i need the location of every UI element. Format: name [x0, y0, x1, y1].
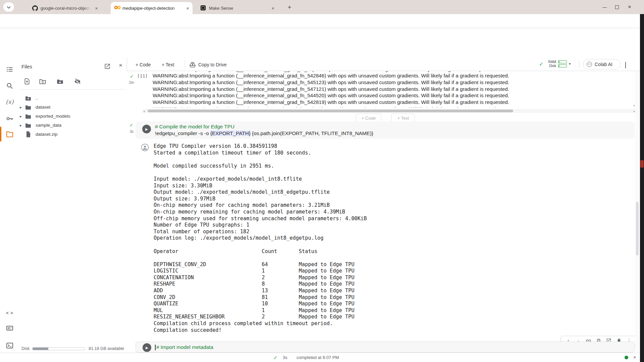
tab-colab-notebook[interactable]: mediapipe-object-detection × [111, 2, 193, 14]
warning-output: WARNING:absl:Importing a function (__inf… [153, 72, 637, 106]
close-icon[interactable]: × [95, 6, 98, 11]
run-cell-button[interactable]: ▶ [142, 125, 151, 133]
text-cursor [155, 345, 156, 350]
notebook-scroll-area[interactable]: ✓ 2m [11] WARNING:absl:Importing a funct… [127, 71, 640, 353]
add-text-button[interactable]: + Text [162, 60, 174, 69]
window-maximize-button[interactable] [615, 0, 619, 14]
disk-label: Disk [547, 64, 556, 68]
copy-to-drive-button[interactable]: Copy to Drive [190, 60, 227, 69]
tree-item-label: exported_models [36, 114, 70, 119]
scroll-right-icon[interactable]: ▸ [634, 109, 635, 113]
tree-item-dataset-zip[interactable]: dataset.zip [20, 130, 127, 139]
mount-drive-icon[interactable] [56, 78, 64, 86]
folder-up-icon [25, 95, 32, 102]
chevron-down-icon: ▾ [569, 62, 571, 66]
tree-item-label: dataset.zip [36, 132, 57, 137]
collapse-toolbar-button[interactable] [625, 62, 626, 68]
scroll-down-icon[interactable]: ▾ [633, 104, 635, 108]
scrollbar-thumb[interactable] [636, 202, 639, 255]
active-rail-indicator [0, 127, 1, 141]
code-snippets-icon[interactable]: < > [5, 308, 14, 317]
cell-success-check-icon: ✓ [130, 74, 134, 79]
folder-icon [25, 104, 32, 111]
window-minimize-button[interactable]: — [602, 0, 607, 14]
cell-exec-duration: 2m [129, 80, 134, 84]
warning-line-partial: WARNING:absl:Importing a function (__inf… [153, 106, 637, 108]
open-in-new-tab-icon[interactable] [104, 63, 112, 71]
horizontal-scrollbar[interactable]: ◂ ▸ [142, 109, 637, 113]
tab-make-sense[interactable]: Make Sense × [197, 2, 278, 14]
folder-icon [25, 113, 32, 120]
cell-exec-count[interactable]: [11] [137, 73, 148, 78]
scroll-left-icon[interactable]: ◂ [143, 109, 145, 113]
ram-disk-meter[interactable]: RAM Disk ▾ [547, 60, 571, 68]
expand-caret-icon[interactable]: ▸ [18, 105, 23, 110]
tab-search-button[interactable] [3, 2, 14, 12]
close-icon[interactable]: × [271, 6, 274, 11]
colab-header: mediapipe-object-detection-learning.ipyn… [0, 28, 644, 58]
files-panel-divider [20, 89, 125, 89]
tab-label: Make Sense [209, 6, 269, 11]
tree-item-dataset[interactable]: ▸ dataset [20, 103, 127, 112]
tree-item-sample-data[interactable]: ▸ sample_data [20, 121, 127, 130]
status-message: completed at 6:07 PM [297, 355, 339, 360]
tree-item-label: .. [36, 96, 38, 101]
disk-gauge [558, 64, 567, 67]
code-cell-metadata[interactable]: ▶ # Import model metadata [136, 342, 635, 353]
tree-item-exported-models[interactable]: ▸ exported_models [20, 112, 127, 121]
window-close-button[interactable]: × [628, 0, 631, 14]
toolbar-divider [579, 60, 579, 68]
ram-gauge [558, 60, 567, 63]
scroll-position-marker [640, 160, 644, 168]
tree-item-parent-dir[interactable]: .. [20, 94, 127, 103]
command-palette-icon[interactable] [5, 324, 14, 333]
colab-ai-button[interactable]: Colab AI [583, 59, 621, 69]
cell-output-text: Edge TPU Compiler version 16.0.384591198… [154, 143, 637, 334]
refresh-folder-icon[interactable] [39, 78, 47, 86]
table-of-contents-icon[interactable] [5, 65, 14, 74]
cell-exec-duration: 3s [130, 129, 133, 133]
code-cell-compile[interactable]: ▶ # Compile the model for Edge TPU !edge… [136, 121, 635, 139]
tree-item-label: dataset [36, 105, 50, 110]
colab-icon [114, 5, 120, 11]
minimize-icon: — [602, 5, 607, 10]
tree-item-label: sample_data [36, 123, 61, 128]
expand-caret-icon[interactable]: ▸ [18, 114, 23, 119]
chevron-down-icon [7, 5, 10, 8]
screen-edge-strip [640, 14, 644, 362]
hidden-files-eye-icon[interactable] [74, 78, 82, 86]
maximize-icon [615, 5, 619, 9]
terminal-icon[interactable] [5, 341, 14, 350]
status-check-icon: ✓ [273, 355, 278, 361]
upload-file-icon[interactable] [23, 78, 32, 86]
close-icon[interactable]: × [186, 6, 189, 11]
variables-icon[interactable]: {x} [5, 98, 14, 106]
secrets-key-icon[interactable] [5, 114, 14, 123]
expand-caret-icon[interactable]: ▸ [18, 123, 23, 128]
code-comment-line[interactable]: # Import model metadata [156, 344, 213, 351]
ram-label: RAM [547, 60, 556, 64]
new-tab-button[interactable]: + [285, 3, 294, 12]
add-code-button[interactable]: + Code [136, 60, 151, 69]
vertical-scrollbar[interactable] [635, 71, 639, 353]
code-line[interactable]: !edgetpu_compiler -s -o {EXPORT_PATH} {o… [155, 130, 373, 137]
scrollbar-thumb[interactable] [148, 110, 513, 112]
disk-usage-label: Disk [21, 346, 30, 351]
files-panel-title: Files [21, 64, 32, 69]
tab-github-repo[interactable]: google-coral-micro-object-de × [29, 2, 101, 14]
executed-by-user-icon [141, 143, 149, 152]
make-sense-icon [201, 5, 206, 11]
chevron-up-icon [625, 62, 626, 68]
browser-tab-strip: google-coral-micro-object-de × mediapipe… [0, 0, 644, 14]
disk-usage-bar [32, 347, 85, 350]
search-icon[interactable] [5, 81, 14, 90]
close-panel-icon[interactable]: × [119, 62, 122, 69]
screen: google-coral-micro-object-de × mediapipe… [0, 0, 644, 362]
run-cell-button[interactable]: ▶ [143, 343, 151, 352]
disk-usage-fill [33, 348, 48, 350]
tab-label: google-coral-micro-object-de [41, 6, 92, 11]
dismiss-status-icon[interactable]: × [633, 354, 636, 360]
copy-to-drive-label: Copy to Drive [198, 62, 227, 67]
colab-ai-icon [587, 62, 592, 67]
files-folder-icon[interactable] [5, 130, 14, 138]
